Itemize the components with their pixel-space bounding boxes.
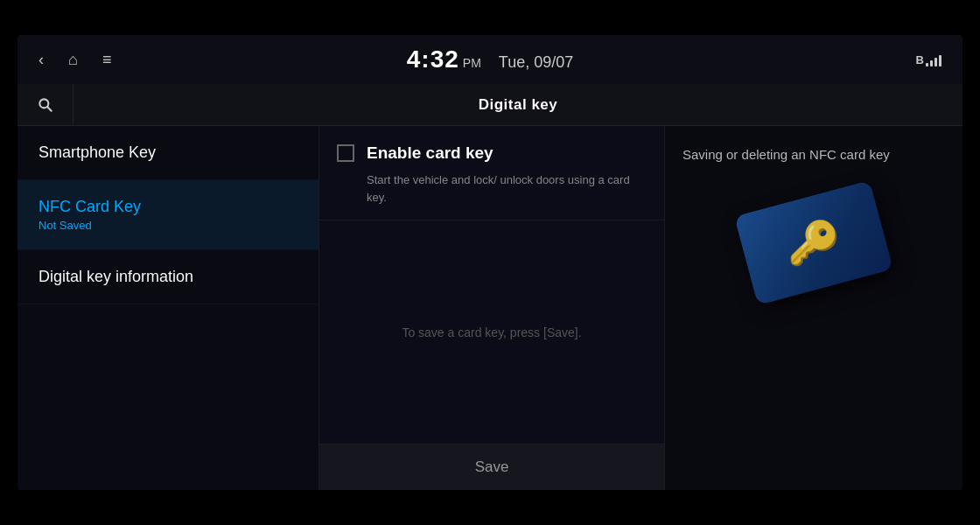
sub-header: Digital key [18,84,962,126]
menu-button[interactable]: ≡ [102,51,112,69]
date-display: Tue, 09/07 [499,53,573,72]
sidebar-item-smartphone-key-label: Smartphone Key [38,144,298,162]
center-panel: Enable card key Start the vehicle and lo… [319,126,665,490]
sidebar-item-digital-key-info[interactable]: Digital key information [18,250,318,304]
nav-controls: ‹ ⌂ ≡ [38,51,111,69]
sidebar-item-nfc-card-key-label: NFC Card Key [38,198,298,216]
right-panel: Saving or deleting an NFC card key 🔑 [665,126,962,490]
right-panel-title: Saving or deleting an NFC card key [682,147,890,162]
status-icons: B [916,52,942,66]
main-content: Smartphone Key NFC Card Key Not Saved Di… [18,126,962,490]
enable-card-header: Enable card key [337,144,647,163]
back-button[interactable]: ‹ [38,51,44,69]
save-prompt-text: To save a card key, press [Save]. [402,326,581,340]
time-display: 4:32 PM [407,46,481,74]
bluetooth-icon: B [916,53,924,66]
outer-frame: ‹ ⌂ ≡ 4:32 PM Tue, 09/07 B [0,0,980,525]
key-icon: 🔑 [788,219,840,268]
enable-card-desc: Start the vehicle and lock/ unlock doors… [337,172,647,206]
sidebar-item-nfc-card-key[interactable]: NFC Card Key Not Saved [18,180,318,250]
enable-card-title: Enable card key [367,144,494,163]
sidebar: Smartphone Key NFC Card Key Not Saved Di… [18,126,319,490]
svg-line-1 [47,107,52,111]
clock-time: 4:32 [407,46,459,74]
screen: ‹ ⌂ ≡ 4:32 PM Tue, 09/07 B [18,35,962,490]
top-bar: ‹ ⌂ ≡ 4:32 PM Tue, 09/07 B [18,35,962,84]
save-button-area: Save [319,444,664,490]
save-prompt-area: To save a card key, press [Save]. [319,220,664,444]
signal-strength-icon [926,52,942,66]
card-illustration: 🔑 [682,197,945,289]
sidebar-item-digital-key-info-label: Digital key information [38,268,298,286]
page-title: Digital key [74,96,962,114]
search-icon [37,96,54,114]
search-button[interactable] [18,84,74,126]
nfc-card-graphic: 🔑 [734,180,893,305]
home-button[interactable]: ⌂ [68,51,78,69]
enable-card-section: Enable card key Start the vehicle and lo… [319,126,664,220]
enable-card-checkbox[interactable] [337,144,354,162]
sidebar-item-nfc-card-key-sublabel: Not Saved [38,219,298,232]
time-date-display: 4:32 PM Tue, 09/07 [407,46,573,74]
save-button[interactable]: Save [319,444,664,490]
clock-ampm: PM [463,56,481,70]
sidebar-item-smartphone-key[interactable]: Smartphone Key [18,126,318,180]
